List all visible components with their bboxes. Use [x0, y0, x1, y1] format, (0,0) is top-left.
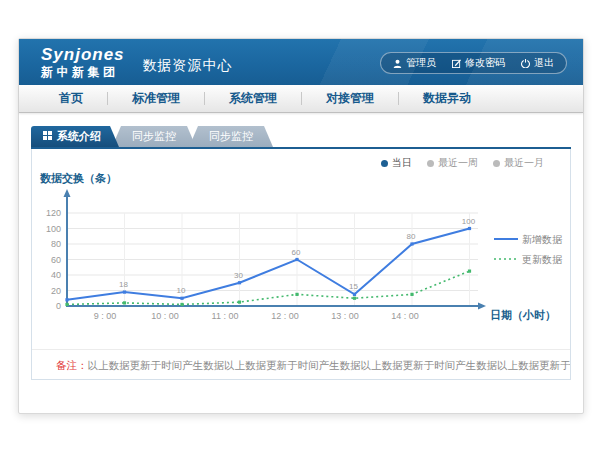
data-label: 18	[119, 280, 128, 289]
nav-item-3[interactable]: 对接管理	[302, 90, 398, 107]
user-icon	[393, 59, 402, 68]
data-label: 15	[349, 282, 358, 291]
y-tick-label: 60	[51, 255, 61, 265]
content-area: 系统介绍同步监控同步监控 当日最近一周最近一月 0204060801001209…	[19, 113, 583, 380]
data-point	[65, 303, 68, 306]
tab-0[interactable]: 系统介绍	[31, 126, 119, 147]
x-axis-title: 日期（小时）	[490, 309, 556, 322]
data-point	[353, 297, 356, 300]
brand-logo-en: Synjones	[41, 46, 125, 63]
radio-dot-icon	[493, 160, 500, 167]
y-tick-label: 100	[46, 224, 61, 234]
tab-2[interactable]: 同步监控	[189, 126, 273, 147]
data-point	[238, 301, 241, 304]
tab-1[interactable]: 同步监控	[112, 126, 196, 147]
edit-icon	[452, 59, 461, 68]
nav-item-1[interactable]: 标准管理	[108, 90, 204, 107]
range-option-2[interactable]: 最近一月	[493, 156, 544, 170]
x-axis-arrow-icon	[478, 303, 486, 310]
nav-item-0[interactable]: 首页	[35, 90, 107, 107]
tab-label: 同步监控	[209, 126, 253, 147]
range-option-label: 最近一月	[504, 156, 544, 170]
note-label: 备注：	[56, 359, 88, 371]
data-point	[238, 281, 241, 284]
tab-label: 同步监控	[132, 126, 176, 147]
y-tick-label: 120	[46, 208, 61, 218]
y-axis-title: 数据交换（条）	[39, 172, 117, 185]
data-point	[123, 290, 126, 293]
user-menu: 管理员 修改密码 退出	[380, 52, 567, 74]
legend-label-1[interactable]: 更新数据	[522, 254, 563, 265]
data-label: 80	[407, 232, 416, 241]
brand-logo: Synjones 新中新集团	[41, 46, 125, 78]
data-label: 60	[292, 248, 301, 257]
x-tick-label: 14 : 00	[391, 311, 419, 321]
range-option-label: 当日	[392, 156, 412, 170]
data-point	[295, 293, 298, 296]
data-label: 100	[462, 217, 476, 226]
app-window: Synjones 新中新集团 数据资源中心 管理员 修改密码	[18, 38, 584, 414]
data-point	[468, 270, 471, 273]
data-point	[180, 297, 183, 300]
nav-item-4[interactable]: 数据异动	[399, 90, 495, 107]
tab-bar: 系统介绍同步监控同步监控	[31, 126, 571, 147]
app-header: Synjones 新中新集团 数据资源中心 管理员 修改密码	[19, 39, 583, 85]
change-password-button[interactable]: 修改密码	[452, 56, 505, 70]
grid-icon	[43, 126, 52, 147]
change-password-label: 修改密码	[465, 56, 505, 70]
tab-label: 系统介绍	[57, 126, 101, 147]
note-text: 以上数据更新于时间产生数据以上数据更新于时间产生数据以上数据更新于时间产生数据以…	[88, 359, 571, 371]
data-point	[180, 303, 183, 306]
brand-logo-cn: 新中新集团	[41, 66, 125, 78]
x-tick-label: 11 : 00	[212, 311, 239, 321]
main-nav: 首页标准管理系统管理对接管理数据异动	[19, 85, 583, 113]
y-tick-label: 40	[51, 270, 61, 280]
x-tick-label: 9 : 00	[94, 311, 117, 321]
x-tick-label: 12 : 00	[271, 311, 299, 321]
data-point	[410, 293, 413, 296]
x-tick-label: 13 : 00	[331, 311, 359, 321]
data-point	[468, 227, 471, 230]
page-title: 数据资源中心	[143, 57, 233, 75]
data-point	[123, 301, 126, 304]
data-label: 30	[234, 271, 243, 280]
y-axis-arrow-icon	[64, 189, 71, 197]
range-option-label: 最近一周	[438, 156, 478, 170]
legend-label-0[interactable]: 新增数据	[522, 234, 563, 245]
data-point	[353, 293, 356, 296]
chart-panel: 当日最近一周最近一月 0204060801001209 : 0010 : 001…	[31, 149, 571, 380]
y-tick-label: 80	[51, 239, 61, 249]
user-name-button[interactable]: 管理员	[393, 56, 436, 70]
note: 备注：以上数据更新于时间产生数据以上数据更新于时间产生数据以上数据更新于时间产生…	[32, 349, 570, 378]
radio-dot-icon	[427, 160, 434, 167]
data-label: 10	[177, 286, 186, 295]
x-tick-label: 10 : 00	[151, 311, 179, 321]
y-tick-label: 0	[56, 301, 61, 311]
logout-label: 退出	[534, 56, 554, 70]
range-option-0[interactable]: 当日	[381, 156, 412, 170]
user-name-label: 管理员	[406, 56, 436, 70]
data-point	[295, 258, 298, 261]
y-tick-label: 20	[51, 286, 61, 296]
data-point	[410, 242, 413, 245]
logout-button[interactable]: 退出	[521, 56, 554, 70]
range-option-1[interactable]: 最近一周	[427, 156, 478, 170]
power-icon	[521, 59, 530, 68]
data-exchange-chart: 0204060801001209 : 0010 : 0011 : 0012 : …	[32, 149, 572, 329]
data-point	[65, 298, 68, 301]
range-selector: 当日最近一周最近一月	[381, 156, 544, 170]
nav-item-2[interactable]: 系统管理	[205, 90, 301, 107]
radio-dot-icon	[381, 160, 388, 167]
